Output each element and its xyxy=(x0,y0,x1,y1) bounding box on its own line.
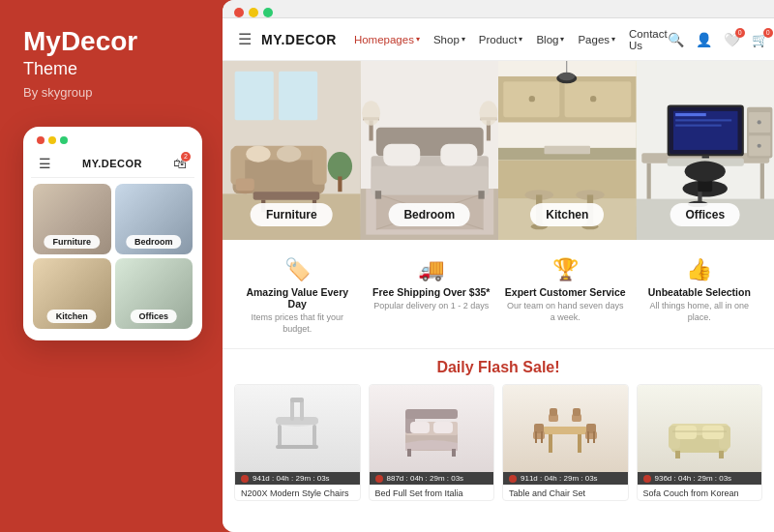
svg-rect-97 xyxy=(578,433,581,453)
browser-dot-yellow xyxy=(249,8,258,17)
product-img-1 xyxy=(235,385,360,472)
feature-value: 🏷️ Amazing Value Every Day Items prices … xyxy=(230,253,365,339)
wishlist-icon[interactable]: 🤍 0 xyxy=(724,32,740,47)
product-name-4: Sofa Couch from Korean xyxy=(638,485,762,500)
svg-rect-96 xyxy=(549,433,552,453)
svg-rect-101 xyxy=(535,431,537,443)
mobile-cell-offices[interactable]: Offices xyxy=(115,258,194,329)
mobile-dot-green xyxy=(60,136,68,144)
svg-point-41 xyxy=(529,96,535,102)
hero-cell-bedroom[interactable]: Bedroom xyxy=(361,61,499,240)
feature-service: 🏆 Expert Customer Service Our team on ha… xyxy=(498,253,633,339)
nav-pages-label: Pages xyxy=(578,34,610,45)
svg-rect-105 xyxy=(587,431,589,443)
nav-link-shop[interactable]: Shop ▾ xyxy=(433,28,465,51)
feature-selection-desc: All things home, all in one place. xyxy=(639,301,761,323)
svg-rect-26 xyxy=(440,144,477,166)
svg-rect-84 xyxy=(290,399,294,421)
svg-rect-108 xyxy=(550,408,557,416)
nav-homepages-label: Homepages xyxy=(354,34,414,45)
hero-bedroom-label: Bedroom xyxy=(388,203,470,226)
hero-category-grid: Furniture xyxy=(223,61,774,240)
feature-value-title: Amazing Value Every Day xyxy=(236,286,359,310)
features-row: 🏷️ Amazing Value Every Day Items prices … xyxy=(223,240,774,349)
svg-rect-66 xyxy=(675,119,731,121)
brand-by: By skygroup xyxy=(23,85,199,100)
mobile-cell-kitchen[interactable]: Kitchen xyxy=(33,258,111,329)
product-timer-1: 941d : 04h : 29m : 03s xyxy=(235,472,360,485)
hero-furniture-label: Furniture xyxy=(251,203,333,226)
svg-rect-67 xyxy=(675,125,722,127)
shipping-icon: 🚚 xyxy=(418,257,444,282)
svg-rect-27 xyxy=(371,166,488,195)
product-timer-3: 911d : 04h : 29m : 03s xyxy=(503,472,628,485)
brand-name: MyDecor xyxy=(23,27,199,57)
svg-rect-91 xyxy=(410,422,430,433)
feature-service-desc: Our team on hand seven days a week. xyxy=(504,301,627,323)
hero-cell-offices[interactable]: Offices xyxy=(637,61,775,240)
nav-link-contact[interactable]: Contact Us xyxy=(629,28,668,51)
feature-shipping-title: Free Shipping Over $35* xyxy=(372,286,490,298)
feature-shipping-desc: Popular delivery on 1 - 2 days xyxy=(373,301,489,312)
svg-rect-3 xyxy=(279,72,317,121)
chevron-down-icon: ▾ xyxy=(461,35,465,44)
svg-rect-14 xyxy=(338,176,342,192)
mobile-cell-bedroom[interactable]: Bedroom xyxy=(115,184,194,254)
cart-badge: 0 xyxy=(763,28,773,38)
mobile-cell-furniture[interactable]: Furniture xyxy=(33,184,111,254)
svg-rect-92 xyxy=(433,422,453,433)
svg-rect-106 xyxy=(593,431,595,443)
selection-icon: 👍 xyxy=(686,257,712,282)
svg-rect-118 xyxy=(719,451,724,458)
svg-rect-80 xyxy=(276,417,318,425)
svg-point-71 xyxy=(684,162,725,182)
product-card-4[interactable]: 936d : 04h : 29m : 03s Sofa Couch from K… xyxy=(637,384,763,501)
flash-sale-section: Daily Flash Sale! xyxy=(223,349,774,532)
mobile-furniture-label: Furniture xyxy=(45,235,101,249)
svg-point-78 xyxy=(757,144,760,148)
mobile-hamburger-icon[interactable]: ☰ xyxy=(39,156,51,171)
value-icon: 🏷️ xyxy=(284,257,311,282)
chevron-down-icon: ▾ xyxy=(560,35,564,44)
svg-point-53 xyxy=(558,73,575,80)
product-name-3: Table and Chair Set xyxy=(503,485,628,500)
mobile-top-bar xyxy=(31,136,194,152)
site-logo: MY.DECOR xyxy=(261,32,337,47)
nav-link-pages[interactable]: Pages ▾ xyxy=(578,28,615,51)
svg-point-35 xyxy=(479,101,497,125)
feature-selection-title: Unbeatable Selection xyxy=(648,286,751,298)
user-icon[interactable]: 👤 xyxy=(696,32,712,47)
svg-rect-25 xyxy=(383,144,420,166)
svg-rect-93 xyxy=(407,449,411,457)
mobile-bag-icon[interactable]: 🛍 2 xyxy=(173,156,187,171)
svg-rect-54 xyxy=(545,146,591,154)
nav-link-product[interactable]: Product ▾ xyxy=(479,28,523,51)
svg-rect-85 xyxy=(300,399,304,421)
flash-sale-grid: 941d : 04h : 29m : 03s N200X Modern Styl… xyxy=(223,384,774,501)
product-card-3[interactable]: 911d : 04h : 29m : 03s Table and Chair S… xyxy=(502,384,629,501)
timer-dot-2 xyxy=(375,475,383,483)
nav-links: Homepages ▾ Shop ▾ Product ▾ Blog ▾ Page… xyxy=(354,28,668,51)
feature-value-desc: Items prices that fit your budget. xyxy=(236,312,359,335)
product-card-1[interactable]: 941d : 04h : 29m : 03s N200X Modern Styl… xyxy=(234,384,361,501)
nav-link-blog[interactable]: Blog ▾ xyxy=(536,28,564,51)
hero-cell-kitchen[interactable]: Kitchen xyxy=(498,61,637,240)
product-name-2: Bed Full Set from Italia xyxy=(370,485,494,500)
mobile-offices-label: Offices xyxy=(130,310,177,323)
browser-chrome xyxy=(223,0,774,18)
svg-rect-40 xyxy=(565,81,632,117)
chevron-down-icon: ▾ xyxy=(519,35,522,44)
chevron-down-icon: ▾ xyxy=(416,35,420,44)
product-card-2[interactable]: 887d : 04h : 29m : 03s Bed Full Set from… xyxy=(369,384,495,501)
brand-subtitle: Theme xyxy=(23,59,199,79)
svg-rect-64 xyxy=(673,111,738,150)
svg-point-77 xyxy=(757,120,760,124)
nav-link-homepages[interactable]: Homepages ▾ xyxy=(354,28,420,51)
cart-icon[interactable]: 🛒 0 xyxy=(752,32,768,47)
nav-contact-label: Contact Us xyxy=(629,28,668,51)
search-icon[interactable]: 🔍 xyxy=(668,32,684,47)
timer-dot-3 xyxy=(509,475,517,483)
svg-point-9 xyxy=(277,146,301,163)
hero-cell-furniture[interactable]: Furniture xyxy=(223,61,361,240)
nav-hamburger-icon[interactable]: ☰ xyxy=(238,30,252,48)
